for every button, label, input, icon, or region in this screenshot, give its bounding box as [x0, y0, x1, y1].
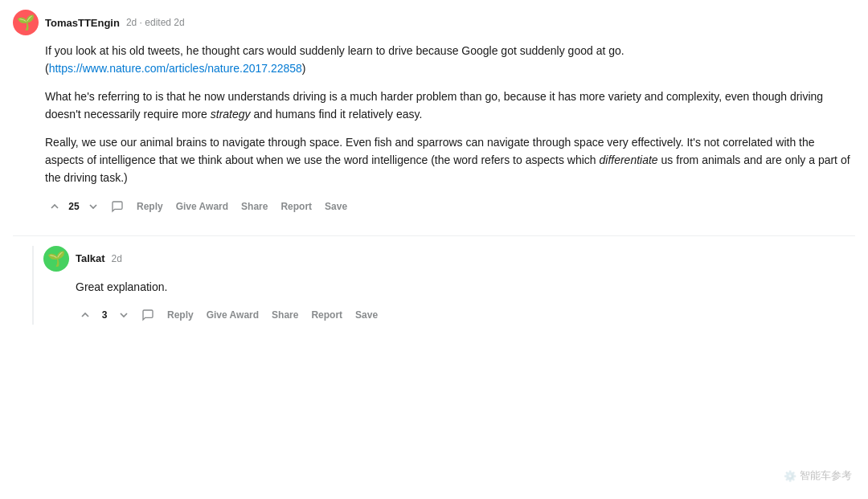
share-button-tomas[interactable]: Share	[236, 198, 272, 215]
save-button-tomas[interactable]: Save	[320, 198, 352, 215]
comment-icon-tomas[interactable]	[106, 197, 129, 216]
comment-talkat: 🌱 Talkat 2d Great explanation. 3 Reply G…	[43, 246, 855, 325]
comment-body-tomas: If you look at his old tweets, he though…	[45, 42, 855, 187]
paragraph-3: Really, we use our animal brains to navi…	[45, 133, 855, 187]
upvote-button-tomas[interactable]	[45, 198, 64, 215]
downvote-button-talkat[interactable]	[114, 307, 133, 323]
vote-count-tomas: 25	[68, 201, 80, 212]
avatar-talkat: 🌱	[43, 246, 69, 272]
meta-talkat: 2d	[112, 253, 122, 264]
share-button-talkat[interactable]: Share	[267, 306, 303, 324]
talkat-paragraph-1: Great explanation.	[76, 278, 855, 296]
username-tomas[interactable]: TomasTTEngin	[45, 17, 120, 29]
upvote-button-talkat[interactable]	[76, 307, 95, 323]
comment-divider	[13, 235, 855, 236]
comment-tomas: 🌱 TomasTTEngin 2d · edited 2d If you loo…	[13, 10, 855, 216]
give-award-button-talkat[interactable]: Give Award	[202, 306, 264, 324]
downvote-button-tomas[interactable]	[84, 198, 103, 215]
report-button-tomas[interactable]: Report	[276, 198, 317, 215]
action-bar-talkat: 3 Reply Give Award Share Report Save	[76, 305, 855, 325]
reply-button-tomas[interactable]: Reply	[132, 198, 168, 215]
avatar-tomas: 🌱	[13, 10, 39, 35]
vote-area-tomas: 25	[45, 198, 103, 215]
nature-link[interactable]: https://www.nature.com/articles/nature.2…	[49, 62, 302, 75]
comment-header-tomas: 🌱 TomasTTEngin 2d · edited 2d	[13, 10, 855, 35]
vote-area-talkat: 3	[76, 307, 133, 323]
vote-count-talkat: 3	[98, 309, 111, 321]
comment-body-talkat: Great explanation.	[76, 278, 855, 296]
comment-header-talkat: 🌱 Talkat 2d	[43, 246, 855, 272]
meta-tomas: 2d · edited 2d	[126, 17, 185, 28]
reply-button-talkat[interactable]: Reply	[162, 306, 199, 324]
username-talkat[interactable]: Talkat	[76, 252, 105, 264]
paragraph-1: If you look at his old tweets, he though…	[45, 42, 855, 78]
comment-icon-talkat[interactable]	[137, 305, 159, 325]
report-button-talkat[interactable]: Report	[306, 306, 347, 324]
action-bar-tomas: 25 Reply Give Award Share Report Save	[45, 197, 855, 216]
save-button-talkat[interactable]: Save	[350, 306, 383, 324]
give-award-button-tomas[interactable]: Give Award	[171, 198, 233, 215]
comment-talkat-wrapper: 🌱 Talkat 2d Great explanation. 3 Reply G…	[32, 246, 855, 325]
paragraph-2: What he's referring to is that he now un…	[45, 88, 855, 124]
